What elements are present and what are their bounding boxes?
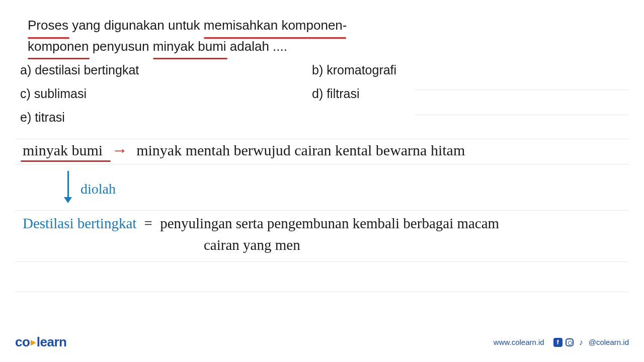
arrow-right-icon: → [112,141,128,159]
underline-red [153,58,227,59]
rule-line [15,210,629,211]
rule-line [15,261,629,262]
colearn-logo: co▸learn [15,334,67,350]
rule-line [15,139,629,139]
q-word-minyak-bumi: minyak bumi [153,36,226,57]
option-b: b) kromatografi [312,63,396,77]
underline-red [21,160,111,162]
rule-line [415,115,629,115]
facebook-icon: f [553,338,562,347]
option-d: d) filtrasi [312,86,359,101]
rule-line [15,292,629,292]
social-icons: f ♪ @colearn.id [553,338,629,347]
option-c: c) sublimasi [20,86,312,101]
footer-right: www.colearn.id f ♪ @colearn.id [494,338,629,347]
q-text: penyusun [89,39,152,54]
rule-line [415,89,629,90]
q-text: memisahkan komponen- [204,18,347,33]
hw-diolah-label: diolah [80,181,116,197]
q-text: komponen [28,39,89,54]
diolah-arrow-block: diolah [60,171,72,203]
question-text: Proses yang digunakan untuk memisahkan k… [28,15,347,57]
tiktok-icon: ♪ [577,338,586,347]
instagram-icon [566,338,574,346]
hw-text: minyak bumi [23,142,103,158]
q-text: minyak bumi [153,39,226,54]
footer: co▸learn www.colearn.id f ♪ @colearn.id [15,334,629,350]
underline-red [28,58,90,59]
logo-dot-icon: ▸ [31,336,36,347]
hw-definition-2b: cairan yang men [204,237,499,253]
handwriting-line-2: Destilasi bertingkat = penyulingan serta… [23,215,499,253]
q-word-proses: Proses [28,15,68,36]
option-a: a) destilasi bertingkat [20,63,312,77]
hw-term-minyak-bumi: minyak bumi [23,142,103,159]
q-text: adalah .... [226,39,287,54]
hw-definition-2a: penyulingan serta pengembunan kembali be… [160,215,499,231]
answer-options: a) destilasi bertingkat b) kromatografi … [20,63,396,134]
hw-term-destilasi: Destilasi bertingkat [23,215,136,231]
handwriting-line-1: minyak bumi → minyak mentah berwujud cai… [23,141,465,159]
arrow-down-head-icon [64,197,72,203]
q-word-memisahkan: memisahkan komponen- [204,15,347,36]
logo-part-co: co [15,334,30,349]
footer-handle: @colearn.id [589,338,629,346]
footer-url: www.colearn.id [494,338,544,346]
hw-definition-1: minyak mentah berwujud cairan kental bew… [136,142,465,158]
option-e: e) titrasi [20,110,312,125]
q-text: Proses [28,18,68,33]
rule-line [15,164,629,164]
equals-sign: = [144,215,152,231]
logo-part-learn: learn [37,334,67,349]
arrow-down-line [67,171,69,197]
q-word-komponen: komponen [28,36,89,57]
q-text: yang digunakan untuk [68,18,204,33]
